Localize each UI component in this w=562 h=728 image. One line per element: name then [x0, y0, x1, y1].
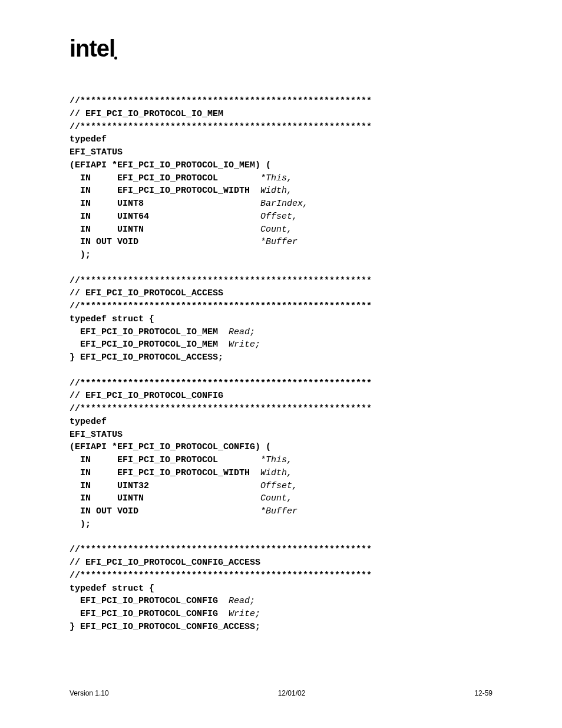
code-param: Offset, — [260, 481, 297, 491]
code-param: Count, — [260, 493, 292, 503]
code-key: IN OUT VOID — [70, 237, 260, 247]
code-key: IN EFI_PCI_IO_PROTOCOL — [70, 173, 260, 183]
footer-version: Version 1.10 — [70, 689, 109, 697]
code-line: } EFI_PCI_IO_PROTOCOL_CONFIG_ACCESS; — [70, 622, 260, 632]
code-line: typedef — [70, 417, 107, 427]
intel-logo: intel — [70, 35, 115, 62]
code-line: EFI_STATUS — [70, 430, 123, 440]
code-param: Count, — [260, 225, 292, 235]
code-param: Write; — [229, 340, 260, 350]
page-footer: Version 1.10 12/01/02 12-59 — [70, 689, 492, 697]
code-line: typedef struct { — [70, 314, 154, 324]
code-line: //**************************************… — [70, 96, 372, 106]
code-line: typedef — [70, 134, 107, 144]
code-key: IN UINT8 — [70, 199, 260, 209]
code-line: // EFI_PCI_IO_PROTOCOL_IO_MEM — [70, 109, 223, 119]
code-line: // EFI_PCI_IO_PROTOCOL_CONFIG_ACCESS — [70, 558, 260, 568]
code-key: EFI_PCI_IO_PROTOCOL_IO_MEM — [70, 327, 229, 337]
code-key: IN UINTN — [70, 225, 260, 235]
code-param: *This, — [260, 173, 292, 183]
code-key: IN UINT64 — [70, 212, 260, 222]
code-line: // EFI_PCI_IO_PROTOCOL_CONFIG — [70, 391, 223, 401]
code-param: BarIndex, — [260, 199, 308, 209]
code-key: IN UINT32 — [70, 481, 260, 491]
code-line: (EFIAPI *EFI_PCI_IO_PROTOCOL_IO_MEM) ( — [70, 160, 271, 170]
code-param: *Buffer — [260, 506, 297, 516]
code-line: typedef struct { — [70, 584, 154, 594]
footer-date: 12/01/02 — [278, 689, 306, 697]
code-line: ); — [70, 250, 91, 260]
code-param: Write; — [229, 609, 260, 619]
code-key: EFI_PCI_IO_PROTOCOL_CONFIG — [70, 609, 229, 619]
footer-page: 12-59 — [474, 689, 492, 697]
code-param: Offset, — [260, 212, 297, 222]
code-key: IN UINTN — [70, 493, 260, 503]
code-line: //**************************************… — [70, 545, 372, 555]
code-key: EFI_PCI_IO_PROTOCOL_CONFIG — [70, 596, 229, 606]
code-line: (EFIAPI *EFI_PCI_IO_PROTOCOL_CONFIG) ( — [70, 442, 271, 452]
code-line: ); — [70, 519, 91, 529]
code-param: Width, — [260, 468, 292, 478]
code-line: //**************************************… — [70, 122, 372, 132]
code-line: //**************************************… — [70, 276, 372, 286]
code-key: IN EFI_PCI_IO_PROTOCOL_WIDTH — [70, 186, 260, 196]
code-key: IN EFI_PCI_IO_PROTOCOL — [70, 455, 260, 465]
code-line: } EFI_PCI_IO_PROTOCOL_ACCESS; — [70, 353, 223, 363]
code-line: //**************************************… — [70, 571, 372, 581]
code-param: *This, — [260, 455, 292, 465]
code-key: IN EFI_PCI_IO_PROTOCOL_WIDTH — [70, 468, 260, 478]
code-line: EFI_STATUS — [70, 147, 123, 157]
code-key: IN OUT VOID — [70, 506, 260, 516]
code-key: EFI_PCI_IO_PROTOCOL_IO_MEM — [70, 340, 229, 350]
code-param: Read; — [229, 327, 255, 337]
code-param: Read; — [229, 596, 255, 606]
code-block: //**************************************… — [70, 95, 492, 634]
code-line: //**************************************… — [70, 404, 372, 414]
code-param: *Buffer — [260, 237, 297, 247]
code-param: Width, — [260, 186, 292, 196]
code-line: //**************************************… — [70, 301, 372, 311]
code-line: //**************************************… — [70, 378, 372, 388]
code-line: // EFI_PCI_IO_PROTOCOL_ACCESS — [70, 288, 223, 298]
